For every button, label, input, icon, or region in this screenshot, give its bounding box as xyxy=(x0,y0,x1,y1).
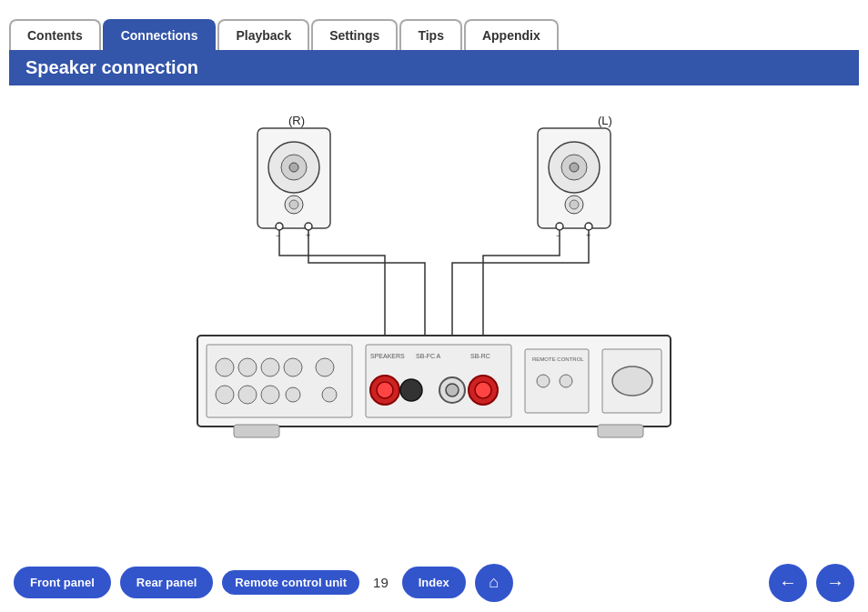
tab-appendix[interactable]: Appendix xyxy=(464,19,559,50)
svg-point-39 xyxy=(377,382,393,398)
svg-point-26 xyxy=(261,358,279,376)
svg-text:(R): (R) xyxy=(288,114,305,127)
svg-text:(L): (L) xyxy=(598,114,612,127)
svg-rect-23 xyxy=(207,345,352,417)
rear-panel-button[interactable]: Rear panel xyxy=(120,567,213,598)
svg-point-28 xyxy=(316,358,334,376)
svg-text:SB-RC: SB-RC xyxy=(470,353,490,359)
svg-rect-52 xyxy=(598,425,643,437)
svg-point-7 xyxy=(289,200,298,209)
main-content: (R) (L) − + xyxy=(9,85,859,531)
svg-point-18 xyxy=(556,223,563,230)
prev-button[interactable]: ← xyxy=(769,564,807,602)
svg-point-24 xyxy=(216,358,234,376)
svg-point-25 xyxy=(238,358,257,376)
remote-control-button[interactable]: Remote control unit xyxy=(222,570,359,595)
tab-settings[interactable]: Settings xyxy=(311,19,398,50)
tab-connections[interactable]: Connections xyxy=(103,19,217,50)
tab-playback[interactable]: Playback xyxy=(217,19,309,50)
svg-text:SPEAKERS: SPEAKERS xyxy=(370,353,405,359)
page-number: 19 xyxy=(373,575,389,590)
svg-point-20 xyxy=(585,223,592,230)
svg-point-50 xyxy=(612,366,652,396)
svg-point-44 xyxy=(475,382,491,398)
svg-rect-51 xyxy=(234,425,279,437)
svg-point-40 xyxy=(400,379,422,401)
tab-contents[interactable]: Contents xyxy=(9,19,101,50)
svg-text:SB-FC A: SB-FC A xyxy=(416,353,441,359)
svg-point-17 xyxy=(570,200,579,209)
speaker-connection-diagram: (R) (L) − + xyxy=(79,104,789,449)
svg-text:REMOTE CONTROL: REMOTE CONTROL xyxy=(532,356,584,362)
svg-point-29 xyxy=(216,386,234,404)
tab-tips[interactable]: Tips xyxy=(399,19,462,50)
bottom-bar: Front panel Rear panel Remote control un… xyxy=(0,553,868,612)
page-title: Speaker connection xyxy=(9,50,859,85)
nav-tabs: Contents Connections Playback Settings T… xyxy=(0,0,868,50)
index-button[interactable]: Index xyxy=(402,567,466,598)
svg-point-32 xyxy=(286,387,300,402)
svg-point-5 xyxy=(289,163,298,172)
svg-point-30 xyxy=(238,386,257,404)
diagram-area: (R) (L) − + xyxy=(79,104,789,449)
svg-point-48 xyxy=(560,375,572,387)
svg-point-42 xyxy=(446,384,459,396)
svg-point-47 xyxy=(537,375,550,387)
svg-point-8 xyxy=(276,223,283,230)
next-button[interactable]: → xyxy=(816,564,854,602)
svg-point-27 xyxy=(284,358,302,376)
svg-point-15 xyxy=(570,163,579,172)
svg-point-31 xyxy=(261,386,279,404)
svg-point-10 xyxy=(305,223,312,230)
front-panel-button[interactable]: Front panel xyxy=(14,567,111,598)
svg-point-33 xyxy=(322,387,337,402)
home-button[interactable]: ⌂ xyxy=(475,564,513,602)
